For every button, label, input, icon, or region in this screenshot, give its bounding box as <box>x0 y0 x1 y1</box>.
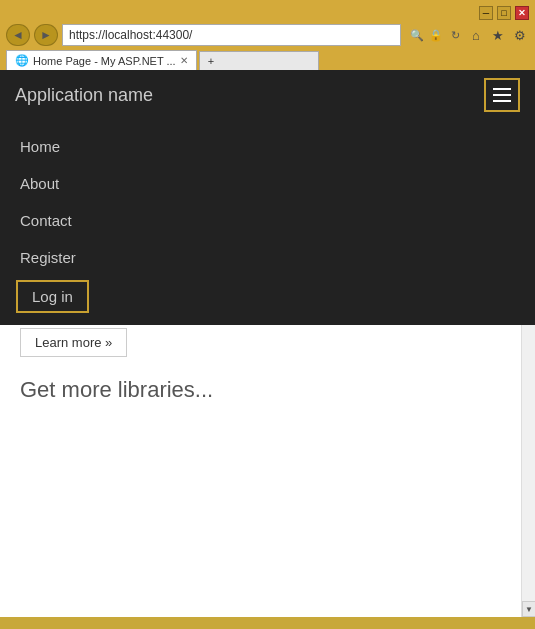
lock-icon: 🔒 <box>428 27 444 43</box>
dropdown-menu: Home About Contact Register Log in <box>0 120 535 325</box>
address-icons: 🔍 🔒 ↻ <box>409 27 463 43</box>
hamburger-line-3 <box>493 100 511 102</box>
hamburger-line-2 <box>493 94 511 96</box>
learn-more-button[interactable]: Learn more » <box>20 328 127 357</box>
hamburger-line-1 <box>493 88 511 90</box>
tab-close-icon[interactable]: ✕ <box>180 55 188 66</box>
menu-item-login[interactable]: Log in <box>16 280 89 313</box>
address-bar-row: ◄ ► https://localhost:44300/ 🔍 🔒 ↻ ⌂ ★ ⚙ <box>6 24 529 46</box>
home-icon[interactable]: ⌂ <box>467 26 485 44</box>
menu-item-contact[interactable]: Contact <box>0 202 535 239</box>
maximize-button[interactable]: □ <box>497 6 511 20</box>
back-button[interactable]: ◄ <box>6 24 30 46</box>
tab-favicon: 🌐 <box>15 54 29 67</box>
hamburger-button[interactable] <box>484 78 520 112</box>
toolbar-icons: ⌂ ★ ⚙ <box>467 26 529 44</box>
tab-title: Home Page - My ASP.NET ... <box>33 55 176 67</box>
page-area: Application name Home About Contact Regi… <box>0 70 535 617</box>
search-icon[interactable]: 🔍 <box>409 27 425 43</box>
scrollbar-down-arrow[interactable]: ▼ <box>522 601 535 617</box>
refresh-icon[interactable]: ↻ <box>447 27 463 43</box>
url-text: https://localhost:44300/ <box>69 28 192 42</box>
star-icon[interactable]: ★ <box>489 26 507 44</box>
browser-chrome: ─ □ ✕ ◄ ► https://localhost:44300/ 🔍 🔒 ↻… <box>0 0 535 70</box>
next-section-title: Get more libraries... <box>20 377 515 403</box>
address-box[interactable]: https://localhost:44300/ <box>62 24 401 46</box>
title-bar: ─ □ ✕ <box>6 4 529 24</box>
active-tab[interactable]: 🌐 Home Page - My ASP.NET ... ✕ <box>6 50 197 70</box>
close-button[interactable]: ✕ <box>515 6 529 20</box>
menu-item-home[interactable]: Home <box>0 128 535 165</box>
settings-icon[interactable]: ⚙ <box>511 26 529 44</box>
minimize-button[interactable]: ─ <box>479 6 493 20</box>
new-tab[interactable]: + <box>199 51 319 70</box>
navbar-brand: Application name <box>15 85 153 106</box>
navbar: Application name <box>0 70 535 120</box>
menu-item-register[interactable]: Register <box>0 239 535 276</box>
menu-item-about[interactable]: About <box>0 165 535 202</box>
forward-button[interactable]: ► <box>34 24 58 46</box>
tab-bar: 🌐 Home Page - My ASP.NET ... ✕ + <box>6 50 529 70</box>
